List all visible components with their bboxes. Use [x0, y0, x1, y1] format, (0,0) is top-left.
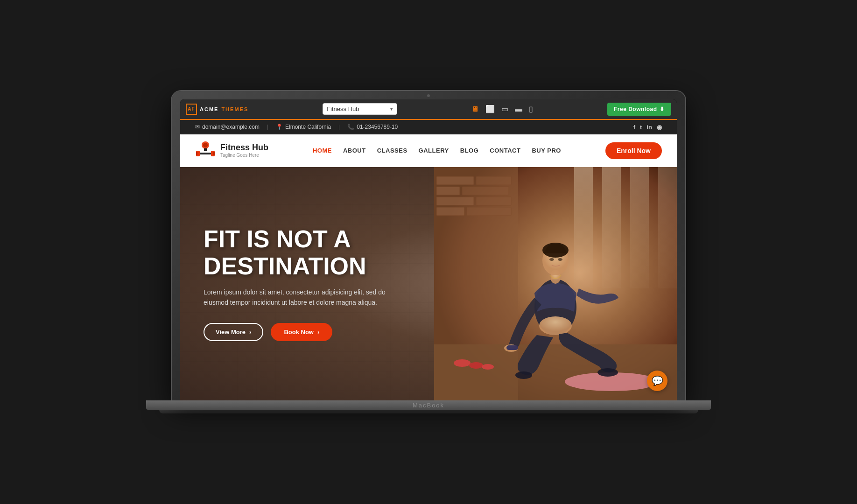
book-now-label: Book Now [284, 329, 314, 336]
location-icon: 📍 [276, 124, 283, 130]
phone-text: 01-23456789-10 [357, 124, 398, 130]
svg-rect-16 [436, 207, 464, 216]
svg-rect-11 [476, 176, 511, 185]
nav-gallery[interactable]: GALLERY [419, 147, 449, 154]
site-name: Fitness Hub [220, 143, 268, 153]
logo-svg [195, 140, 216, 161]
svg-rect-10 [436, 176, 474, 185]
svg-rect-17 [467, 207, 511, 216]
logo-acme: ACME [200, 106, 218, 112]
svg-point-28 [539, 316, 572, 335]
svg-rect-18 [574, 167, 593, 288]
nav-home[interactable]: HOME [313, 147, 332, 154]
macbook-base: MacBook [146, 400, 711, 410]
svg-point-24 [469, 362, 483, 369]
macbook-screen: AF ACMETHEMES Fitness Hub 🖥 ⬜ ▭ ▬ ▯ Fr [172, 91, 685, 400]
site-logo: Fitness Hub Tagline Goes Here [195, 140, 268, 161]
email-text: domain@example.com [202, 124, 260, 130]
free-download-label: Free Download [614, 106, 657, 112]
svg-point-37 [597, 368, 618, 377]
divider-2: | [338, 124, 340, 130]
macbook-label: MacBook [413, 401, 444, 408]
location-item: 📍 Elmonte California [276, 124, 331, 130]
hero-title: FIT IS NOT A DESTINATION [204, 226, 460, 279]
svg-point-23 [454, 359, 471, 367]
device-icons: 🖥 ⬜ ▭ ▬ ▯ [471, 105, 533, 113]
tablet-icon[interactable]: ▭ [501, 105, 508, 113]
site-nav: Fitness Hub Tagline Goes Here HOME ABOUT… [180, 134, 677, 167]
logo-text: Fitness Hub Tagline Goes Here [220, 143, 268, 158]
camera-dot [427, 94, 430, 97]
svg-rect-14 [436, 197, 474, 205]
svg-rect-12 [436, 187, 460, 195]
svg-rect-22 [434, 344, 677, 400]
download-icon: ⬇ [660, 106, 665, 112]
nav-contact[interactable]: CONTACT [490, 147, 520, 154]
svg-rect-35 [506, 345, 518, 350]
nav-blog[interactable]: BLOG [460, 147, 479, 154]
site-tagline: Tagline Goes Here [220, 153, 268, 158]
top-bar: ✉ domain@example.com | 📍 Elmonte Califor… [180, 120, 677, 134]
hero-subtitle: Lorem ipsum dolor sit amet, consectetur … [204, 287, 409, 308]
macbook-wrapper: AF ACMETHEMES Fitness Hub 🖥 ⬜ ▭ ▬ ▯ Fr [172, 91, 685, 413]
mobile-icon[interactable]: ▯ [529, 105, 533, 113]
view-more-arrow: › [249, 329, 251, 336]
svg-point-32 [549, 258, 554, 261]
social-icons: f t in ◉ [633, 124, 662, 131]
tablet-landscape-icon[interactable]: ▬ [515, 105, 522, 113]
view-more-label: View More [216, 329, 246, 336]
instagram-icon[interactable]: ◉ [657, 124, 662, 131]
chat-widget[interactable]: 💬 [647, 371, 667, 391]
phone-item: 📞 01-23456789-10 [347, 124, 398, 130]
laptop-icon[interactable]: ⬜ [485, 105, 495, 113]
facebook-icon[interactable]: f [633, 124, 635, 131]
nav-about[interactable]: ABOUT [343, 147, 366, 154]
hero-section: FIT IS NOT A DESTINATION Lorem ipsum dol… [180, 167, 677, 400]
theme-select-wrapper[interactable]: Fitness Hub [323, 103, 397, 115]
book-now-arrow: › [317, 329, 319, 336]
builder-logo: AF ACMETHEMES [186, 104, 248, 115]
free-download-button[interactable]: Free Download ⬇ [607, 103, 671, 116]
enroll-button[interactable]: Enroll Now [605, 142, 662, 159]
svg-rect-2 [204, 148, 207, 151]
svg-point-33 [558, 258, 562, 261]
nav-classes[interactable]: CLASSES [377, 147, 407, 154]
svg-point-1 [203, 143, 208, 147]
svg-rect-7 [213, 152, 215, 155]
divider-1: | [267, 124, 268, 130]
chat-icon: 💬 [652, 375, 663, 386]
svg-rect-21 [658, 167, 677, 288]
hero-buttons: View More › Book Now › [204, 323, 460, 341]
website-content: ✉ domain@example.com | 📍 Elmonte Califor… [180, 120, 677, 400]
macbook-foot [159, 410, 698, 413]
svg-rect-13 [462, 187, 509, 195]
theme-select[interactable]: Fitness Hub [323, 103, 397, 115]
view-more-button[interactable]: View More › [204, 323, 263, 341]
linkedin-icon[interactable]: in [646, 124, 652, 131]
logo-themes: THEMES [221, 106, 248, 112]
desktop-icon[interactable]: 🖥 [471, 105, 479, 113]
email-icon: ✉ [195, 124, 200, 130]
logo-icon: AF [186, 104, 197, 115]
svg-point-25 [482, 364, 494, 370]
hero-content: FIT IS NOT A DESTINATION Lorem ipsum dol… [180, 226, 484, 341]
svg-point-36 [515, 371, 532, 379]
nav-buy-pro[interactable]: BUY PRO [532, 147, 561, 154]
twitter-icon[interactable]: t [640, 124, 642, 131]
builder-toolbar: AF ACMETHEMES Fitness Hub 🖥 ⬜ ▭ ▬ ▯ Fr [180, 99, 677, 120]
phone-icon: 📞 [347, 124, 354, 130]
book-now-button[interactable]: Book Now › [271, 323, 332, 341]
nav-links: HOME ABOUT CLASSES GALLERY BLOG CONTACT … [313, 147, 561, 154]
svg-rect-15 [476, 197, 511, 205]
location-text: Elmonte California [285, 124, 331, 130]
svg-rect-19 [602, 167, 621, 288]
svg-rect-6 [196, 152, 197, 155]
screen-inner: AF ACMETHEMES Fitness Hub 🖥 ⬜ ▭ ▬ ▯ Fr [180, 99, 677, 400]
top-bar-left: ✉ domain@example.com | 📍 Elmonte Califor… [195, 124, 398, 130]
email-item: ✉ domain@example.com [195, 124, 260, 130]
svg-rect-20 [630, 167, 649, 288]
